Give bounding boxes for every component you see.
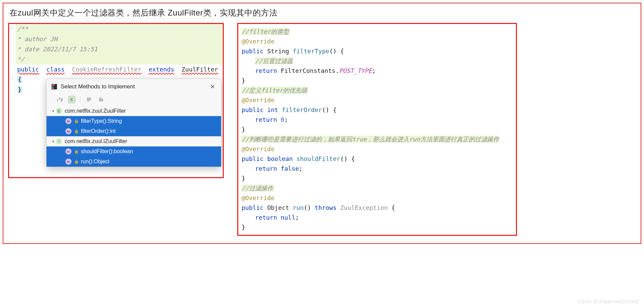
javadoc-close: */ bbox=[17, 56, 25, 63]
method-badge-icon: m bbox=[65, 118, 71, 124]
type-object: Object bbox=[267, 204, 289, 211]
code-listing: //filter的类型 @Override public String filt… bbox=[242, 27, 513, 232]
sort-button[interactable]: ↓ᴬz bbox=[56, 96, 63, 103]
class-name: CookieRefreshFilter bbox=[72, 66, 142, 73]
tree-row-shouldfilter[interactable]: m 🔒 shouldFilter():boolean bbox=[47, 146, 221, 157]
tree-label: com.netflix.zuul.ZuulFilter bbox=[65, 108, 126, 114]
implement-methods-dialog: Select Methods to Implement ✕ ↓ᴬz C bbox=[46, 79, 221, 167]
kw-int: int bbox=[267, 106, 278, 113]
brace-open: { bbox=[333, 106, 337, 113]
intellij-icon bbox=[51, 84, 57, 90]
kw-return: return bbox=[255, 165, 277, 172]
tree-row-run[interactable]: m 🔒 run():Object bbox=[47, 157, 221, 167]
tree-row-zuulfilter[interactable]: ▼ C com.netflix.zuul.ZuulFilter bbox=[47, 106, 221, 116]
javadoc-date: * date 2022/11/7 15:51 bbox=[17, 46, 97, 53]
parent-class: ZuulFilter bbox=[182, 66, 218, 73]
fn-filtertype: filterType bbox=[293, 48, 329, 55]
lock-icon: 🔒 bbox=[74, 149, 79, 154]
exception-type: ZuulException bbox=[340, 204, 388, 211]
caret-down-icon[interactable]: ▼ bbox=[51, 140, 56, 143]
left-editor-panel: /** * author JH * date 2022/11/7 15:51 *… bbox=[8, 23, 224, 178]
kw-class: class bbox=[47, 66, 65, 73]
kw-public: public bbox=[17, 66, 39, 73]
columns: /** * author JH * date 2022/11/7 15:51 *… bbox=[8, 23, 636, 236]
method-tree[interactable]: ▼ C com.netflix.zuul.ZuulFilter m 🔒 filt… bbox=[47, 106, 221, 167]
kw-return: return bbox=[255, 214, 277, 221]
kw-false: false bbox=[281, 165, 299, 172]
comment-should-filter: //判断哪些是需要进行过滤的，如果返回true，那么就会进入run方法里面进行真… bbox=[242, 136, 499, 143]
brace-close: } bbox=[242, 224, 245, 231]
const-post-type: POST_TYPE bbox=[339, 67, 372, 74]
brace-open: { bbox=[340, 48, 344, 55]
dialog-toolbar: ↓ᴬz C bbox=[47, 94, 221, 106]
interface-badge-icon: I bbox=[56, 138, 62, 144]
kw-null: null bbox=[281, 214, 295, 221]
semi: ; bbox=[284, 116, 288, 123]
method-badge-icon: m bbox=[65, 148, 71, 155]
override-annotation: @Override bbox=[242, 194, 275, 201]
brace-open: { bbox=[17, 76, 22, 83]
collapse-all-button[interactable] bbox=[97, 96, 105, 103]
semi: ; bbox=[299, 165, 303, 172]
method-badge-icon: m bbox=[65, 128, 71, 134]
javadoc-author: * author JH bbox=[17, 35, 57, 43]
override-annotation: @Override bbox=[242, 96, 275, 104]
svg-rect-1 bbox=[52, 88, 54, 88]
kw-public: public bbox=[242, 106, 264, 113]
toolbar-separator bbox=[80, 96, 81, 103]
comment-post-filter: //后置过滤器 bbox=[255, 57, 293, 64]
page-title: 在zuul网关中定义一个过滤器类，然后继承 ZuulFilter类，实现其中的方… bbox=[8, 7, 636, 23]
fn-shouldfilter: shouldFilter bbox=[297, 155, 340, 162]
dot: . bbox=[335, 67, 339, 74]
tree-label: com.netflix.zuul.IZuulFilter bbox=[65, 138, 127, 144]
type-string: String bbox=[267, 48, 289, 55]
const-class: FilterConstants bbox=[281, 67, 336, 74]
lock-icon: 🔒 bbox=[74, 119, 79, 123]
expand-all-button[interactable] bbox=[85, 96, 93, 103]
tree-label: run():Object bbox=[81, 159, 109, 165]
fn-filterorder: filterOrder bbox=[282, 106, 322, 113]
parens: () bbox=[340, 155, 348, 162]
tree-label: shouldFilter():boolean bbox=[81, 148, 133, 155]
tree-row-filtertype[interactable]: m 🔒 filterType():String bbox=[47, 116, 221, 126]
kw-public: public bbox=[242, 204, 264, 211]
dialog-titlebar: Select Methods to Implement ✕ bbox=[47, 79, 221, 94]
brace-close: } bbox=[242, 77, 245, 84]
fold-handle-icon[interactable] bbox=[10, 26, 14, 30]
tree-label: filterType():String bbox=[81, 118, 122, 124]
override-annotation: @Override bbox=[242, 38, 275, 45]
fn-run: run bbox=[293, 204, 304, 211]
editor-gutter bbox=[9, 24, 15, 95]
lock-icon: 🔒 bbox=[74, 129, 79, 134]
parens: () bbox=[329, 48, 337, 55]
semi: ; bbox=[295, 214, 299, 221]
comment-filter-type: //filter的类型 bbox=[242, 28, 289, 35]
document-frame: 在zuul网关中定义一个过滤器类，然后继承 ZuulFilter类，实现其中的方… bbox=[3, 3, 641, 244]
brace-close: } bbox=[17, 86, 22, 93]
kw-public: public bbox=[242, 155, 264, 162]
svg-rect-4 bbox=[52, 86, 53, 87]
semi: ; bbox=[372, 67, 376, 74]
tree-row-filterorder[interactable]: m 🔒 filterOrder():int bbox=[47, 126, 221, 136]
right-code-panel: //filter的类型 @Override public String filt… bbox=[237, 23, 517, 236]
comment-filter-order: //定义filter的优先级 bbox=[242, 87, 307, 94]
brace-close: } bbox=[242, 126, 245, 133]
kw-public: public bbox=[242, 48, 264, 55]
tree-row-izuulfilter[interactable]: ▼ I com.netflix.zuul.IZuulFilter bbox=[47, 136, 221, 146]
class-badge-label: C bbox=[70, 97, 73, 102]
class-filter-button[interactable]: C bbox=[68, 96, 75, 103]
brace-open: { bbox=[391, 204, 395, 211]
comment-run: //过滤操作 bbox=[242, 185, 273, 192]
svg-rect-3 bbox=[53, 84, 55, 86]
lock-icon: 🔒 bbox=[74, 160, 79, 164]
method-badge-icon: m bbox=[65, 159, 71, 165]
dialog-close-icon[interactable]: ✕ bbox=[208, 82, 217, 91]
class-badge-icon: C bbox=[56, 108, 62, 114]
caret-down-icon[interactable]: ▼ bbox=[51, 109, 56, 113]
kw-boolean: boolean bbox=[267, 155, 293, 162]
brace-close: } bbox=[242, 175, 245, 182]
brace-open: { bbox=[351, 155, 355, 162]
parens: () bbox=[322, 106, 329, 113]
kw-return: return bbox=[255, 67, 277, 74]
fold-handle-icon[interactable] bbox=[10, 76, 14, 80]
